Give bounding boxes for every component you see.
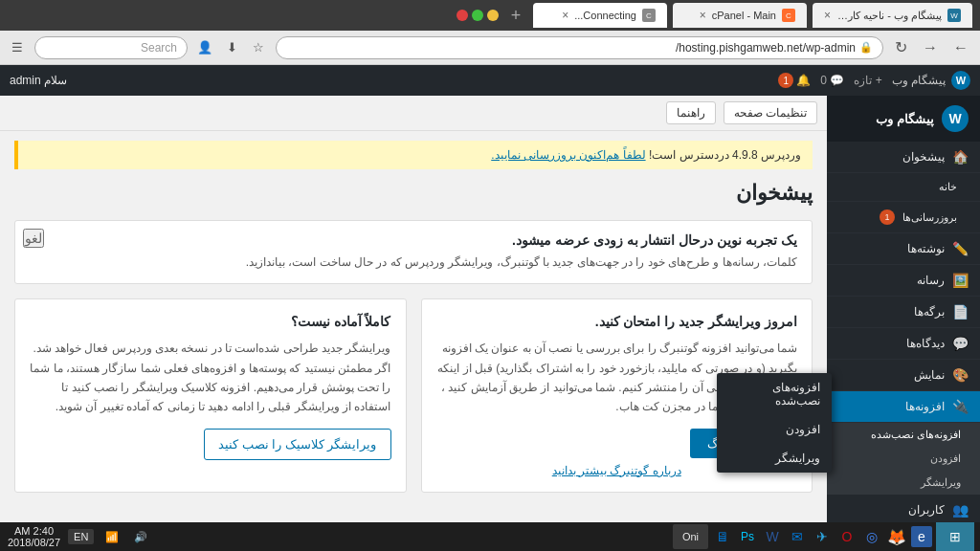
- close-window-button[interactable]: [457, 10, 468, 21]
- address-bar: ← → ↻ 🔒 hosting.pishgamweb.net/wp-admin/…: [0, 31, 980, 65]
- wp-topbar: W پیشگام وب + تازه 💬 0 🔔 1 سلام admin: [0, 65, 980, 96]
- col-right-title: کاملاً آماده نیست؟: [30, 314, 391, 329]
- pages-icon: 📄: [952, 304, 969, 320]
- install-classic-btn[interactable]: ویرایشگر کلاسیک را نصب کنید: [204, 429, 390, 460]
- dashboard-icon: 🏠: [952, 149, 969, 165]
- taskbar-email-icon[interactable]: ✉: [787, 526, 808, 547]
- help-btn[interactable]: راهنما: [666, 101, 716, 124]
- users-icon: 👥: [952, 502, 969, 518]
- sidebar-wp-logo: W: [942, 105, 969, 132]
- url-bar[interactable]: 🔒 hosting.pishgamweb.net/wp-admin/: [276, 36, 883, 59]
- taskbar-photoshop-icon[interactable]: Ps: [737, 526, 758, 547]
- sidebar-item-comments[interactable]: 💬 دیدگاه‌ها: [827, 328, 980, 360]
- col-right-text: ویرایشگر جدید طراحی شده‌است تا در نسخه ب…: [30, 339, 391, 417]
- taskbar-chrome-icon[interactable]: ◎: [861, 526, 882, 547]
- sidebar-submenu-editor[interactable]: ویرایشگر: [827, 471, 980, 495]
- sidebar-label-comments: دیدگاه‌ها: [906, 337, 945, 350]
- col-not-ready: کاملاً آماده نیست؟ ویرایشگر جدید طراحی ش…: [14, 298, 407, 493]
- wp-main-layout: W پیشگام وب + تازه 💬 0 🔔 1 سلام admin W …: [0, 65, 980, 551]
- lang-badge[interactable]: EN: [68, 529, 94, 544]
- tab-pishgam[interactable]: W پیشگام وب - ناحیه کاربری ×: [813, 3, 972, 28]
- download-icon[interactable]: ⬇: [222, 38, 241, 57]
- account-icon[interactable]: 👤: [195, 38, 214, 57]
- start-button[interactable]: ⊞: [936, 522, 974, 551]
- notif-icon: 🔔: [796, 74, 811, 87]
- menu-icon[interactable]: ☰: [8, 38, 27, 57]
- wp-body: W پیشگام وب 🏠 پیشخوان خانه بروزرسانی‌ها …: [0, 96, 980, 551]
- notice-dismiss-btn[interactable]: لغو: [23, 229, 44, 248]
- taskbar-opera-icon[interactable]: O: [836, 526, 858, 547]
- dropdown-installed[interactable]: افزونه‌های نصب‌شده: [717, 373, 832, 415]
- taskbar-browser-icon[interactable]: e: [911, 526, 932, 547]
- posts-icon: ✏️: [952, 241, 969, 256]
- update-notice-link[interactable]: لطفاً هم‌اکنون بروزرسانی نمایید.: [491, 148, 645, 162]
- start-icon: ⊞: [949, 529, 961, 544]
- sidebar-item-appearance[interactable]: 🎨 نمایش: [827, 360, 980, 391]
- oni-label: Oni: [682, 531, 699, 542]
- plugins-icon: 🔌: [952, 399, 969, 414]
- tab-cpanel[interactable]: C cPanel - Main ×: [673, 3, 807, 28]
- sidebar-label-updates: بروزرسانی‌ها: [902, 211, 957, 224]
- settings-screen-btn[interactable]: تنظیمات صفحه: [724, 101, 817, 124]
- sidebar-submenu-installed[interactable]: افزونه‌های نصب‌شده: [827, 423, 980, 447]
- sidebar: W پیشگام وب 🏠 پیشخوان خانه بروزرسانی‌ها …: [827, 96, 980, 551]
- taskbar-rdp-icon[interactable]: 🖥: [712, 526, 733, 547]
- tab-icon-cpanel: C: [782, 9, 795, 22]
- taskbar-network-icon[interactable]: 📶: [101, 526, 122, 547]
- reload-button[interactable]: ↻: [891, 36, 911, 58]
- tab-icon-conn: C: [642, 9, 656, 22]
- col-left-title: امروز ویرایشگر جدید را امتحان کنید.: [436, 314, 798, 329]
- back-button[interactable]: ←: [949, 37, 972, 58]
- page-title: پیشخوان: [14, 181, 813, 206]
- sidebar-item-pages[interactable]: 📄 برگه‌ها: [827, 297, 980, 328]
- comments-count: 💬 0: [820, 74, 844, 87]
- maximize-button[interactable]: [472, 10, 483, 21]
- sidebar-label-dashboard: پیشخوان: [902, 150, 945, 164]
- notifications: 🔔 1: [778, 73, 811, 88]
- search-placeholder: Search: [141, 41, 177, 55]
- sidebar-header: W پیشگام وب: [827, 96, 980, 142]
- tab-close-2[interactable]: ×: [700, 9, 706, 22]
- sidebar-submenu-addnew[interactable]: افزودن: [827, 447, 980, 471]
- sidebar-item-plugins[interactable]: 🔌 افزونه‌ها: [827, 391, 980, 423]
- tab-connecting[interactable]: C Connecting... ×: [533, 3, 667, 28]
- taskbar-telegram-icon[interactable]: ✈: [812, 526, 833, 547]
- tab-label-2: cPanel - Main: [712, 10, 776, 21]
- sidebar-label-appearance: نمایش: [914, 368, 945, 382]
- sidebar-label-home: خانه: [939, 181, 957, 193]
- wp-logo-link[interactable]: W پیشگام وب: [892, 71, 970, 90]
- tab-close-1[interactable]: ×: [824, 9, 831, 22]
- sidebar-item-posts[interactable]: ✏️ نوشته‌ها: [827, 233, 980, 265]
- subbar: تنظیمات صفحه راهنما: [0, 96, 827, 131]
- secure-icon: 🔒: [859, 41, 873, 54]
- taskbar-left: ⊞ e 🦊 ◎ O ✈ ✉ W Ps 🖥 Oni: [667, 522, 980, 551]
- sidebar-item-media[interactable]: 🖼️ رسانه: [827, 265, 980, 297]
- tab-icon-wp: W: [947, 9, 961, 22]
- forward-button[interactable]: →: [919, 37, 942, 58]
- tab-close-3[interactable]: ×: [562, 9, 568, 22]
- search-bar[interactable]: Search: [34, 36, 188, 59]
- new-tab-button[interactable]: +: [504, 4, 527, 27]
- tab-label-1: پیشگام وب - ناحیه کاربری: [836, 10, 942, 22]
- dropdown-editor[interactable]: ویرایشگر: [717, 444, 832, 473]
- comments-icon: 💬: [952, 336, 969, 351]
- time-display: 2:40 AM 2018/08/27: [8, 525, 60, 548]
- dropdown-add[interactable]: افزودن: [717, 415, 832, 444]
- taskbar-sound-icon[interactable]: 🔊: [130, 526, 151, 547]
- sidebar-item-updates[interactable]: بروزرسانی‌ها 1: [827, 202, 980, 233]
- appearance-icon: 🎨: [952, 367, 969, 383]
- minimize-button[interactable]: [487, 10, 499, 21]
- sidebar-item-dashboard[interactable]: 🏠 پیشخوان: [827, 142, 980, 173]
- taskbar-word-icon[interactable]: W: [762, 526, 783, 547]
- notice-title: یک تجربه نوین درحال انتشار به زودی عرضه …: [30, 232, 797, 248]
- bookmark-icon[interactable]: ☆: [249, 38, 268, 57]
- sidebar-site-name: پیشگام وب: [876, 112, 934, 126]
- sidebar-label-posts: نوشته‌ها: [907, 242, 945, 255]
- taskbar-oni-item[interactable]: Oni: [673, 524, 708, 549]
- taskbar-firefox-icon[interactable]: 🦊: [886, 526, 907, 547]
- sidebar-item-home[interactable]: خانه: [827, 173, 980, 202]
- clock-time: 2:40 AM: [8, 525, 60, 537]
- new-post-btn[interactable]: + تازه: [854, 74, 881, 87]
- sidebar-label-pages: برگه‌ها: [914, 305, 945, 319]
- update-notice-text: وردپرس 4.9.8 دردسترس است!: [649, 148, 801, 162]
